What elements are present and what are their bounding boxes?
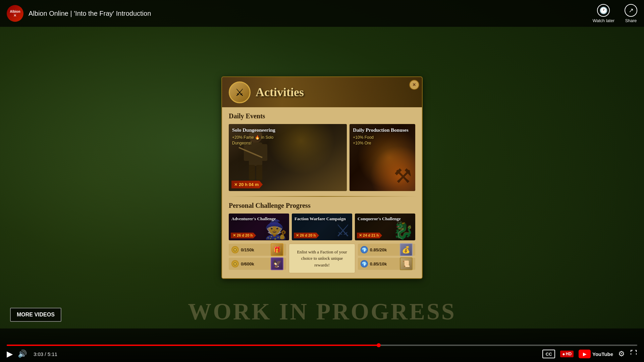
controls-row: ▶ 🔊 3:03 / 5:11 CC ● HD ▶ YouTube ⚙ bbox=[7, 349, 637, 359]
conqueror-progress-col: 💎 0.85/20k 💰 💎 0.85/10k 📜 bbox=[358, 244, 415, 270]
share-button[interactable]: ↗ Share bbox=[625, 4, 637, 23]
fame-icon: ⬡ bbox=[231, 246, 239, 253]
hd-badge[interactable]: ● HD bbox=[560, 351, 574, 357]
dungeoneering-title: Solo Dungeoneering bbox=[232, 127, 343, 133]
svg-rect-3 bbox=[261, 144, 267, 161]
progress-fill bbox=[7, 345, 379, 346]
more-videos-button[interactable]: MORE VIDEOS bbox=[10, 308, 61, 322]
enlist-message: Enlist with a Faction of your choice to … bbox=[293, 249, 351, 268]
video-title: Albion Online | 'Into the Fray' Introduc… bbox=[29, 10, 151, 17]
challenge-cards-row: 🧙 Adventurer's Challenge ✕ 26 d 20 h ⚔ bbox=[229, 214, 415, 240]
main-content: ⚔ Activities × Daily Events bbox=[0, 27, 644, 328]
solo-dungeoneering-card[interactable]: Solo Dungeoneering +20% Fame 🔥 in Solo D… bbox=[229, 124, 347, 191]
share-label: Share bbox=[625, 18, 637, 23]
conqueror-progress-text-1: 0.85/20k bbox=[370, 247, 398, 252]
time-display: 3:03 / 5:11 bbox=[34, 351, 57, 357]
activities-panel: ⚔ Activities × Daily Events bbox=[221, 76, 423, 279]
daily-events-grid: Solo Dungeoneering +20% Fame 🔥 in Solo D… bbox=[229, 124, 415, 191]
fullscreen-button[interactable] bbox=[630, 349, 637, 359]
volume-button[interactable]: 🔊 bbox=[18, 350, 27, 358]
faction-warfare-card[interactable]: ⚔ Faction Warfare Campaign ✕ 26 d 20 h bbox=[292, 214, 352, 240]
video-controls: ▶ 🔊 3:03 / 5:11 CC ● HD ▶ YouTube ⚙ bbox=[0, 328, 644, 362]
hd-label: HD bbox=[566, 352, 572, 356]
faction-title: Faction Warfare Campaign bbox=[294, 216, 346, 222]
adventurer-progress-1: ⬡ 0/150k 🎁 bbox=[229, 244, 286, 256]
adventurer-reward-box-2: 🦅 bbox=[271, 257, 283, 270]
panel-body: Daily Events bbox=[222, 107, 422, 278]
small-card-text: Daily Production Bonuses +10% Food +10% … bbox=[353, 127, 412, 146]
large-card-text: Solo Dungeoneering +20% Fame 🔥 in Solo D… bbox=[232, 127, 343, 146]
daily-events-section: Daily Events bbox=[222, 107, 422, 196]
faction-timer: ✕ 26 d 20 h bbox=[294, 233, 319, 238]
conqueror-progress-1: 💎 0.85/20k 💰 bbox=[358, 244, 415, 256]
activities-icon: ⚔ bbox=[229, 81, 251, 103]
adventurers-challenge-card[interactable]: 🧙 Adventurer's Challenge ✕ 26 d 20 h bbox=[229, 214, 289, 240]
adventurer-timer: ✕ 26 d 20 h bbox=[231, 233, 256, 238]
top-bar: Albion⚔ Albion Online | 'Into the Fray' … bbox=[0, 0, 644, 27]
adventurer-progress-text-2: 0/600k bbox=[241, 261, 269, 266]
adventurer-progress-text-1: 0/150k bbox=[241, 247, 269, 252]
personal-challenge-section: Personal Challenge Progress 🧙 Adventurer… bbox=[222, 197, 422, 278]
dungeoneering-bonus: +20% Fame 🔥 in Solo Dungeons! bbox=[232, 135, 343, 146]
hd-dot: ● bbox=[562, 351, 565, 357]
cc-button[interactable]: CC bbox=[542, 350, 555, 358]
conqueror-timer: ✕ 24 d 21 h bbox=[357, 233, 382, 238]
daily-production-card[interactable]: ⚒ Daily Production Bonuses +10% Food +10… bbox=[350, 124, 415, 191]
production-title: Daily Production Bonuses bbox=[353, 127, 412, 133]
conqueror-fame-icon-2: 💎 bbox=[361, 260, 368, 267]
youtube-logo[interactable]: ▶ YouTube bbox=[579, 350, 613, 358]
adventurer-title: Adventurer's Challenge bbox=[231, 216, 276, 222]
challenge-section-title: Personal Challenge Progress bbox=[229, 202, 415, 209]
controls-right: CC ● HD ▶ YouTube ⚙ bbox=[542, 349, 637, 359]
albion-logo: Albion⚔ bbox=[7, 5, 23, 22]
conqueror-progress-text-2: 0.85/10k bbox=[370, 261, 398, 266]
close-button[interactable]: × bbox=[409, 80, 419, 90]
production-bonus: +10% Food +10% Ore bbox=[353, 135, 412, 146]
youtube-icon: ▶ bbox=[579, 350, 591, 358]
fame-icon-2: ⬡ bbox=[231, 260, 239, 267]
top-bar-right: 🕐 Watch later ↗ Share bbox=[593, 4, 637, 23]
adventurer-progress-col: ⬡ 0/150k 🎁 ⬡ 0/600k 🦅 bbox=[229, 244, 286, 270]
share-icon: ↗ bbox=[625, 4, 637, 17]
panel-title: Activities bbox=[256, 85, 304, 99]
panel-header: ⚔ Activities × bbox=[222, 77, 422, 107]
channel-avatar[interactable]: Albion⚔ bbox=[7, 5, 23, 22]
flame-icon: 🔥 bbox=[255, 135, 261, 140]
conqueror-progress-2: 💎 0.85/10k 📜 bbox=[358, 258, 415, 270]
youtube-text: YouTube bbox=[592, 351, 613, 357]
play-button[interactable]: ▶ bbox=[7, 349, 13, 359]
progress-row: ⬡ 0/150k 🎁 ⬡ 0/600k 🦅 Enlist with a Fact… bbox=[229, 244, 415, 273]
adventurer-reward-box-1: 🎁 bbox=[271, 243, 283, 256]
progress-bar[interactable] bbox=[7, 345, 637, 346]
watch-later-icon: 🕐 bbox=[597, 4, 610, 17]
conquerors-challenge-card[interactable]: 🐉 Conqueror's Challenge ✕ 24 d 21 h bbox=[355, 214, 415, 240]
conqueror-reward-box-2: 📜 bbox=[400, 257, 413, 270]
daily-events-title: Daily Events bbox=[229, 112, 415, 120]
conqueror-reward-box-1: 💰 bbox=[400, 243, 413, 256]
conqueror-fame-icon: 💎 bbox=[361, 246, 368, 253]
dungeoneering-timer: ✕ 20 h 04 m bbox=[231, 181, 263, 188]
watch-later-label: Watch later bbox=[593, 18, 614, 23]
svg-rect-4 bbox=[249, 165, 255, 180]
svg-rect-5 bbox=[256, 165, 262, 180]
conqueror-title: Conqueror's Challenge bbox=[358, 216, 401, 222]
enlist-box: Enlist with a Faction of your choice to … bbox=[289, 244, 355, 273]
settings-button[interactable]: ⚙ bbox=[618, 350, 625, 358]
watch-later-button[interactable]: 🕐 Watch later bbox=[593, 4, 614, 23]
adventurer-progress-2: ⬡ 0/600k 🦅 bbox=[229, 258, 286, 270]
